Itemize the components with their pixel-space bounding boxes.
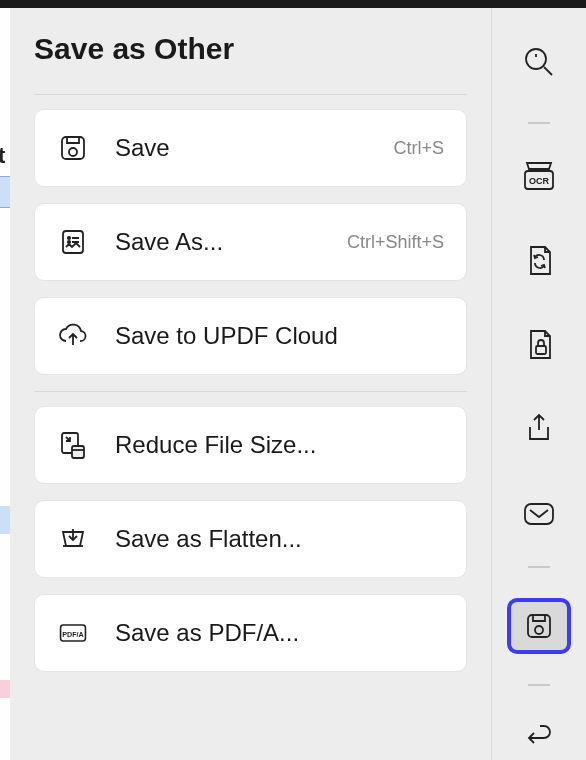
save-as-other-panel: Save as Other Save Ctrl+S Save As... Ctr… — [10, 8, 492, 760]
pdfa-icon: PDF/A — [57, 617, 89, 649]
sidebar-separator — [528, 684, 550, 686]
right-sidebar: OCR — [492, 8, 586, 760]
save-as-button[interactable]: Save As... Ctrl+Shift+S — [34, 203, 467, 281]
search-icon[interactable] — [511, 38, 567, 86]
reduce-file-size-button[interactable]: Reduce File Size... — [34, 406, 467, 484]
cloud-upload-icon — [57, 320, 89, 352]
convert-icon[interactable] — [511, 236, 567, 284]
sidebar-separator — [528, 566, 550, 568]
save-to-cloud-button[interactable]: Save to UPDF Cloud — [34, 297, 467, 375]
window-topbar — [0, 0, 586, 8]
save-as-icon — [57, 226, 89, 258]
share-icon[interactable] — [511, 405, 567, 453]
menu-label: Save as PDF/A... — [115, 619, 418, 647]
shortcut: Ctrl+Shift+S — [347, 232, 444, 253]
document-sliver: t — [0, 8, 10, 760]
svg-point-9 — [526, 49, 546, 69]
svg-rect-13 — [525, 504, 553, 524]
svg-text:OCR: OCR — [529, 176, 550, 186]
menu-label: Save to UPDF Cloud — [115, 322, 418, 350]
protect-icon[interactable] — [511, 321, 567, 369]
save-other-icon[interactable] — [507, 598, 571, 654]
divider — [34, 94, 467, 95]
mail-icon[interactable] — [511, 490, 567, 538]
svg-point-1 — [69, 148, 77, 156]
flatten-icon — [57, 523, 89, 555]
menu-label: Save — [115, 134, 367, 162]
shortcut: Ctrl+S — [393, 138, 444, 159]
menu-label: Save as Flatten... — [115, 525, 418, 553]
svg-rect-6 — [72, 446, 84, 458]
divider — [34, 391, 467, 392]
svg-text:PDF/A: PDF/A — [62, 631, 83, 639]
sidebar-separator — [528, 122, 550, 124]
reduce-size-icon — [57, 429, 89, 461]
svg-point-15 — [535, 626, 543, 634]
save-as-flatten-button[interactable]: Save as Flatten... — [34, 500, 467, 578]
svg-rect-12 — [536, 346, 546, 354]
save-button[interactable]: Save Ctrl+S — [34, 109, 467, 187]
save-icon — [57, 132, 89, 164]
ocr-icon[interactable]: OCR — [511, 152, 567, 200]
save-as-pdfa-button[interactable]: PDF/A Save as PDF/A... — [34, 594, 467, 672]
panel-title: Save as Other — [34, 32, 467, 66]
menu-label: Reduce File Size... — [115, 431, 418, 459]
undo-icon[interactable] — [511, 712, 567, 760]
svg-point-3 — [68, 237, 70, 239]
menu-label: Save As... — [115, 228, 321, 256]
